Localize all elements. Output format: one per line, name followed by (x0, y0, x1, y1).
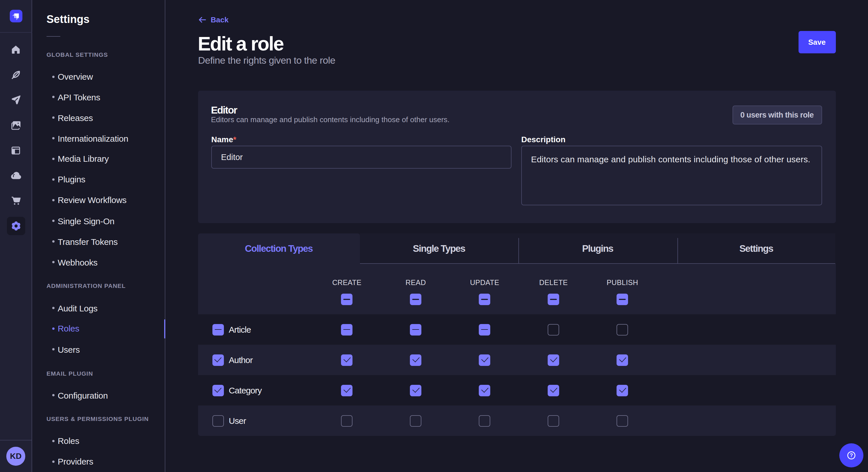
svg-text:?: ? (849, 452, 853, 458)
